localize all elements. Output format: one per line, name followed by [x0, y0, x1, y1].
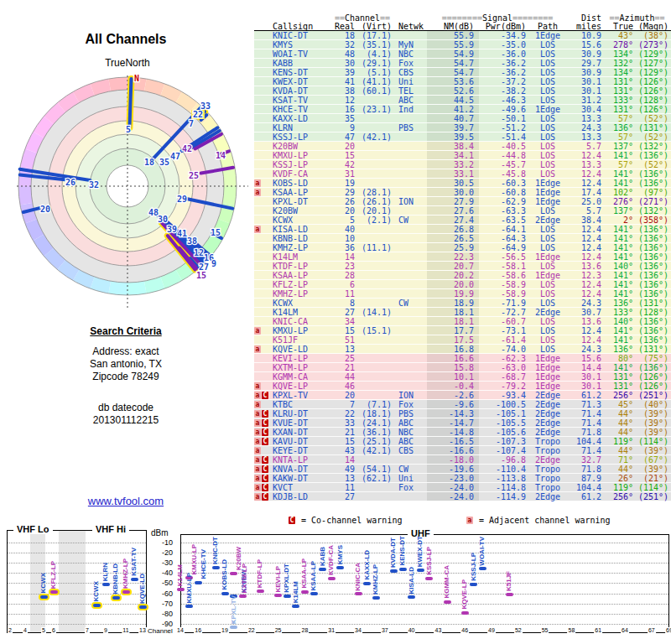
cell-noise-margin: 20.7 [427, 262, 479, 270]
adjacent-channel-icon: a [254, 493, 261, 501]
cell-virtual-channel [355, 151, 392, 159]
cell-power: -73.1 [479, 326, 528, 335]
cell-network [392, 382, 427, 390]
cell-azimuth-magnetic: (136°) [633, 225, 671, 233]
signal-marker-label: KSSJ-LP [470, 553, 477, 581]
signal-marker-label: KQVE-LP [460, 579, 468, 610]
gridline [181, 624, 668, 625]
radar-channel-label: 26 [65, 178, 75, 187]
tvfool-link[interactable]: www.tvfool.com [88, 495, 164, 507]
signal-marker [301, 590, 309, 594]
cell-callsign: KSSJ-LP [271, 160, 333, 169]
col-path: Path [528, 22, 568, 30]
cell-azimuth-magnetic: (131°) [633, 345, 671, 353]
signal-marker [470, 583, 477, 586]
cell-real-channel: 43 [333, 446, 355, 454]
cell-path: LOS [528, 234, 568, 242]
cell-noise-margin: 27.9 [427, 197, 479, 205]
radar-title: All Channels [25, 32, 226, 47]
cell-azimuth-true: 141° [603, 151, 633, 159]
channel-tick-label: 34 [354, 627, 362, 633]
cell-real-channel: 14 [333, 455, 355, 464]
cell-virtual-channel: (20.1) [355, 206, 392, 215]
cell-real-channel: 39 [333, 68, 355, 76]
cell-distance: 30.1 [568, 372, 603, 381]
cell-azimuth-magnetic: (136°) [633, 243, 671, 252]
cell-warnings: aC [254, 455, 271, 464]
table-row: KSSJ-LP47(42.1)39.5-51.4LOS13.357°(52°) [254, 132, 671, 142]
cell-azimuth-magnetic: (132°) [633, 206, 671, 215]
col-nm: NM(dB) [427, 22, 479, 30]
cell-callsign: KAXX-LD [271, 114, 333, 122]
cell-warnings [254, 77, 271, 86]
cell-azimuth-true: 133° [603, 96, 633, 104]
cell-power: -100.5 [479, 400, 528, 408]
cell-real-channel: 5 [333, 216, 355, 224]
cell-azimuth-magnetic: (126°) [633, 372, 671, 381]
cell-network [392, 492, 427, 501]
cell-power: -58.9 [479, 289, 528, 298]
cell-distance: 71.8 [568, 465, 603, 473]
col-real: Real [333, 22, 355, 30]
signal-marker [363, 582, 371, 585]
cell-noise-margin: 33.1 [427, 169, 479, 178]
cell-virtual-channel: (29.1) [355, 59, 392, 67]
co-channel-icon: C [262, 392, 268, 399]
adjacent-channel-icon: a [254, 327, 261, 335]
cell-virtual-channel [355, 169, 392, 178]
col-pwr: Pwr(dBm) [479, 22, 528, 30]
cell-network [392, 372, 427, 381]
cell-virtual-channel [355, 96, 392, 104]
cell-distance: 30.4 [568, 105, 603, 113]
cell-power: -113.8 [479, 474, 528, 482]
table-header-groups: ==Channel== ========Signal======== Dist … [254, 13, 671, 22]
cell-power: -110.4 [479, 465, 528, 473]
table-row: aKOBS-LD1930.5-60.31Edge12.4141°(136°) [254, 179, 671, 188]
radar-channel-label: 18 [144, 158, 154, 167]
signal-marker-label: K51JF [505, 571, 512, 591]
cell-azimuth-magnetic: (75°) [633, 354, 671, 362]
cell-callsign: KLRN [271, 123, 333, 132]
channel-tick-label: 49 [487, 627, 496, 633]
cell-power: -40.5 [479, 142, 528, 150]
cell-network: PBS [392, 123, 427, 132]
cell-network [392, 335, 427, 344]
cell-distance: 17.4 [568, 188, 603, 196]
cell-virtual-channel: (28.1) [355, 188, 392, 196]
cell-azimuth-magnetic: (131°) [633, 299, 671, 307]
table-row: aCKXAN-DT21(36.1)NBC-14.8-105.62Edge71.8… [254, 428, 671, 437]
cell-azimuth-true: 141° [603, 289, 633, 298]
adjacent-channel-icon: a [254, 401, 261, 408]
table-row: KXTM-LP2115.8-63.01Edge14.4141°(136°) [254, 363, 671, 372]
cell-distance: 71.3 [568, 400, 603, 408]
cell-path: Tropo [528, 446, 568, 454]
db-datecode-line: 201301112215 [34, 414, 218, 427]
cell-virtual-channel [355, 363, 392, 371]
cell-warnings: a [254, 326, 271, 335]
cell-virtual-channel [355, 160, 392, 169]
cell-path: LOS [528, 335, 568, 344]
signal-marker-label: KTDF-LP [256, 559, 263, 588]
cell-network: ABC [392, 418, 427, 427]
cell-power: -50.1 [479, 114, 528, 122]
cell-path: LOS [528, 345, 568, 353]
co-channel-icon: C [262, 419, 268, 427]
co-channel-icon: C [262, 475, 268, 482]
cell-real-channel: 29 [333, 188, 355, 196]
channel-tick-label: 58 [567, 627, 575, 633]
signal-marker-label: KENS-DT [398, 536, 406, 566]
signal-marker [50, 590, 58, 594]
cell-noise-margin: 53.6 [427, 77, 479, 86]
cell-path: LOS [528, 262, 568, 270]
cell-warnings [254, 243, 271, 252]
radar-channel-label: 38 [187, 236, 197, 246]
cell-power: -36.2 [479, 68, 528, 76]
cell-warnings [254, 169, 271, 178]
channel-tick-label: 9 [103, 627, 108, 633]
cell-callsign: K20BW [271, 206, 333, 215]
cell-power: -62.3 [479, 354, 528, 362]
cell-azimuth-magnetic: (136°) [633, 262, 671, 270]
cell-real-channel: 11 [333, 483, 355, 491]
cell-virtual-channel: (54.1) [355, 465, 392, 473]
cell-path: LOS [528, 77, 568, 86]
